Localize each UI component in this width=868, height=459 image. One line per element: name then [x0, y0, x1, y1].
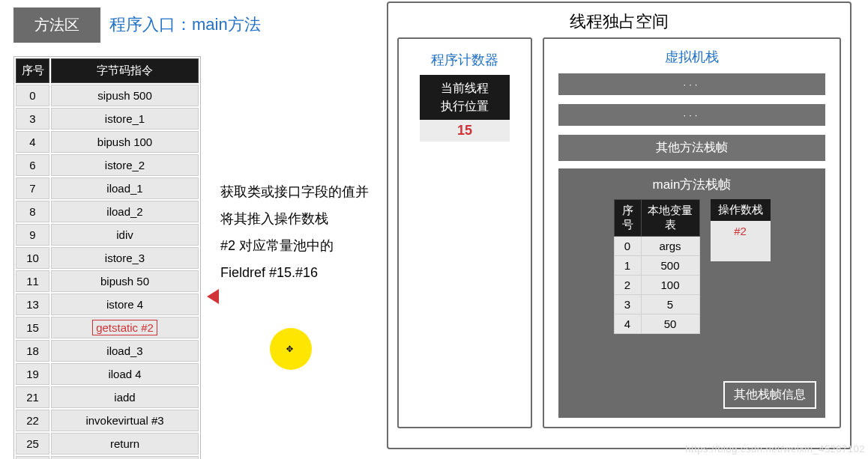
bytecode-ins: sipush 500 — [51, 85, 199, 106]
bytecode-row: 9idiv — [16, 224, 199, 246]
ops-h: 操作数栈 — [711, 199, 771, 221]
bytecode-ins: istore_2 — [51, 154, 199, 176]
bytecode-row: 19iload 4 — [16, 363, 199, 385]
bytecode-seq: 7 — [16, 177, 49, 199]
stack-title: 虚拟机栈 — [665, 48, 719, 66]
bytecode-seq: 22 — [16, 410, 49, 431]
lvt-val: 500 — [641, 256, 699, 276]
pc-box-line1: 当前线程 — [420, 79, 510, 97]
bytecode-ins: idiv — [51, 224, 199, 246]
bytecode-seq: 3 — [16, 108, 49, 130]
bytecode-row: 22invokevirtual #3 — [16, 410, 199, 431]
lvt-h1: 序号 — [614, 200, 641, 237]
ops-val — [711, 241, 771, 261]
highlight-arrow-icon — [207, 289, 219, 304]
bytecode-row: 25return — [16, 433, 199, 455]
stack-bar-1: ··· — [558, 73, 825, 95]
bytecode-row: 10istore_3 — [16, 247, 199, 269]
bytecode-ins: bipush 50 — [51, 270, 199, 292]
bytecode-seq: 8 — [16, 201, 49, 222]
ops-row: #2 — [711, 221, 771, 241]
stack-bar-2: ··· — [558, 104, 825, 126]
lvt-h2: 本地变量表 — [641, 200, 699, 237]
ops-row — [711, 241, 771, 261]
bytecode-seq: 0 — [16, 85, 49, 106]
bytecode-ins: bipush 100 — [51, 131, 199, 153]
bytecode-ins: iload 4 — [51, 363, 199, 385]
bytecode-ins: invokevirtual #3 — [51, 410, 199, 431]
bytecode-row: 13istore 4 — [16, 294, 199, 315]
lvt-idx: 0 — [614, 237, 641, 256]
thread-space-panel: 线程独占空间 程序计数器 当前线程 执行位置 15 虚拟机栈 ··· ··· 其… — [387, 1, 852, 449]
local-var-table: 序号 本地变量表 0args1500210035450 — [614, 199, 700, 334]
main-frame: main方法栈帧 序号 本地变量表 0args1500210035450 操作数… — [558, 168, 825, 418]
lvt-row: 35 — [614, 295, 699, 314]
bytecode-row: 3istore_1 — [16, 108, 199, 130]
lvt-idx: 4 — [614, 314, 641, 334]
bytecode-row: 8iload_2 — [16, 201, 199, 222]
lvt-row: 450 — [614, 314, 699, 334]
lvt-val: 5 — [641, 295, 699, 314]
lvt-val: 100 — [641, 276, 699, 295]
cursor-highlight-icon: ✥ — [270, 328, 312, 370]
bytecode-row: 15getstatic #2 — [16, 317, 199, 338]
bytecode-row: 4bipush 100 — [16, 131, 199, 153]
lvt-row: 2100 — [614, 276, 699, 295]
lvt-val: args — [641, 237, 699, 256]
bytecode-row: 6istore_2 — [16, 154, 199, 176]
bytecode-row: 18iload_3 — [16, 340, 199, 362]
ops-val: #2 — [711, 221, 771, 241]
main-frame-title: main方法栈帧 — [653, 176, 732, 193]
watermark: https://blog.csdn.net/weixin_45267102 — [685, 443, 865, 455]
pc-box: 当前线程 执行位置 — [420, 75, 510, 120]
bytecode-ins: iload_3 — [51, 340, 199, 362]
bytecode-row: 21iadd — [16, 386, 199, 408]
bytecode-seq: 4 — [16, 131, 49, 153]
lvt-row: 1500 — [614, 256, 699, 276]
bytecode-seq: 19 — [16, 363, 49, 385]
bytecode-ins: iload_2 — [51, 201, 199, 222]
bytecode-seq: 25 — [16, 433, 49, 455]
bytecode-ins: istore 4 — [51, 294, 199, 315]
lvt-idx: 1 — [614, 256, 641, 276]
bytecode-row: 11bipush 50 — [16, 270, 199, 292]
lvt-val: 50 — [641, 314, 699, 334]
col-ins: 字节码指令 — [51, 58, 199, 83]
bytecode-seq: 10 — [16, 247, 49, 269]
bytecode-row-empty — [16, 456, 199, 459]
desc-line1: 获取类或接口字段的值并将其推入操作数栈 — [220, 178, 370, 232]
lvt-idx: 2 — [614, 276, 641, 295]
bytecode-ins: iload_1 — [51, 177, 199, 199]
pc-value: 15 — [420, 120, 510, 142]
instruction-description: 获取类或接口字段的值并将其推入操作数栈 #2 对应常量池中的 Fieldref … — [220, 178, 370, 286]
desc-line2: #2 对应常量池中的 — [220, 232, 370, 259]
method-area-badge: 方法区 — [13, 7, 100, 43]
bytecode-seq: 6 — [16, 154, 49, 176]
entry-label: 程序入口：main方法 — [109, 7, 261, 36]
col-seq: 序号 — [16, 58, 49, 83]
bytecode-ins: iadd — [51, 386, 199, 408]
bytecode-seq: 15 — [16, 317, 49, 338]
program-counter-column: 程序计数器 当前线程 执行位置 15 — [397, 37, 532, 428]
bytecode-seq: 11 — [16, 270, 49, 292]
bytecode-seq: 18 — [16, 340, 49, 362]
bytecode-ins: getstatic #2 — [51, 317, 199, 338]
bytecode-seq: 21 — [16, 386, 49, 408]
bytecode-row: 0sipush 500 — [16, 85, 199, 106]
operand-stack-table: 操作数栈 #2 — [711, 199, 771, 261]
bytecode-seq: 13 — [16, 294, 49, 315]
lvt-idx: 3 — [614, 295, 641, 314]
other-frame-info: 其他栈帧信息 — [723, 381, 816, 409]
desc-line3: Fieldref #15.#16 — [220, 259, 370, 286]
bytecode-ins: istore_3 — [51, 247, 199, 269]
cursor-icon: ✥ — [286, 341, 293, 355]
bytecode-table: 序号 字节码指令 0sipush 5003istore_14bipush 100… — [13, 56, 201, 459]
bytecode-ins: return — [51, 433, 199, 455]
pc-title: 程序计数器 — [405, 51, 525, 69]
thread-space-title: 线程独占空间 — [388, 3, 850, 37]
bytecode-row: 7iload_1 — [16, 177, 199, 199]
other-frame-bar: 其他方法栈帧 — [558, 135, 825, 161]
vm-stack-column: 虚拟机栈 ··· ··· 其他方法栈帧 main方法栈帧 序号 本地变量表 0a… — [543, 37, 841, 428]
bytecode-seq: 9 — [16, 224, 49, 246]
bytecode-ins: istore_1 — [51, 108, 199, 130]
